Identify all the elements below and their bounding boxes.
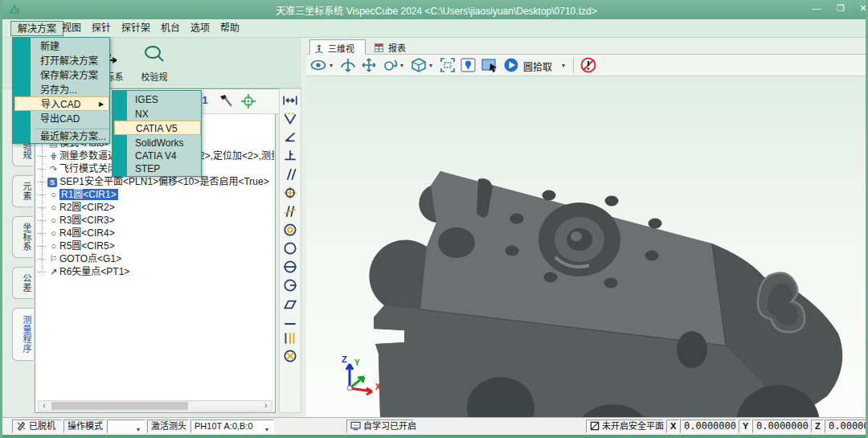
sidebar-tab-elements[interactable]: 元素 xyxy=(12,175,33,207)
sidebar-tab-coordsys[interactable]: 坐标系 xyxy=(12,216,33,258)
self-learn-icon xyxy=(350,421,361,431)
viewport-toolbar: ▾ ▾ ▾ 圆拾取 ▾ xyxy=(306,55,868,76)
report-icon xyxy=(375,43,383,52)
circle-pick-caret[interactable]: ▾ xyxy=(562,62,565,69)
tree-item-goto[interactable]: ⚐GOTO点<G1> xyxy=(38,252,274,265)
x-coordinate-value: 0.0000000 xyxy=(680,420,736,433)
title-bar: 天准三坐标系统 VispecCube 2024 <C:\Users\jiaosi… xyxy=(2,0,868,19)
axis-triad: Z Y X xyxy=(342,354,381,395)
play-icon[interactable] xyxy=(502,56,522,74)
safety-plane-off-icon xyxy=(590,421,600,431)
cube-view-caret[interactable]: ▾ xyxy=(429,62,432,69)
viewport-3d[interactable]: Z Y X xyxy=(306,76,868,417)
menu-machine[interactable]: 机台 xyxy=(154,21,186,36)
sidebar-tab-program[interactable]: 测量程序 xyxy=(12,308,33,361)
view-eye-caret[interactable]: ▾ xyxy=(330,62,333,69)
menu-probe[interactable]: 探针 xyxy=(85,21,117,36)
z-axis-label: Z xyxy=(811,420,824,433)
probe-disable-icon[interactable] xyxy=(579,56,599,74)
tree-item-safety-plane[interactable]: S SEP1安全平面<PLN1>偏移<10>是否启用<True> xyxy=(38,175,274,188)
app-window: 天准三坐标系统 VispecCube 2024 <C:\Users\jiaosi… xyxy=(0,0,868,438)
y-axis-label: Y xyxy=(739,420,751,433)
circularity-icon[interactable] xyxy=(282,240,298,256)
operation-mode-select[interactable]: ▾ xyxy=(107,420,145,433)
menu-probe-rack[interactable]: 探针架 xyxy=(115,21,157,36)
tab-report[interactable]: 报表 xyxy=(371,39,416,55)
menu-item-recent-solutions[interactable]: 最近解决方案... xyxy=(32,129,109,144)
sidebar-tab-tolerance[interactable]: 公差 xyxy=(12,267,33,299)
submenu-item-step[interactable]: STEP xyxy=(129,162,201,176)
scroll-left-arrow[interactable]: ‹ xyxy=(39,401,50,411)
maximize-button[interactable]: ❐ xyxy=(830,3,851,16)
active-probe-select[interactable]: PH10T A:0,B:0 ▾ xyxy=(190,420,274,433)
tree-connector xyxy=(38,182,46,182)
gimbal-rotate-icon[interactable] xyxy=(338,56,358,74)
circle-pick-button[interactable]: 圆拾取 xyxy=(523,59,552,73)
cube-view-icon[interactable] xyxy=(409,56,428,74)
straightness-icon[interactable] xyxy=(282,316,298,332)
tree-item-vector-point[interactable]: ↗R6矢量点<PT1> xyxy=(38,265,274,278)
angle-v-icon[interactable] xyxy=(282,111,298,127)
parallelism-icon[interactable] xyxy=(282,166,298,182)
menu-options[interactable]: 选项 xyxy=(184,21,216,36)
orbit-icon[interactable] xyxy=(380,56,399,74)
runout-icon[interactable] xyxy=(282,330,298,346)
box-select-icon[interactable] xyxy=(480,56,499,74)
concentricity-icon[interactable] xyxy=(282,222,298,238)
menu-item-save-solution[interactable]: 保存解决方案 xyxy=(32,68,109,83)
scrollbar-thumb[interactable] xyxy=(51,402,188,410)
position-icon[interactable] xyxy=(282,185,298,201)
gauge-check-button[interactable]: 校验规 xyxy=(133,41,175,84)
distance-icon[interactable] xyxy=(282,92,298,108)
perpendicularity-icon[interactable] xyxy=(282,148,298,164)
zoom-fit-icon[interactable] xyxy=(438,56,457,74)
tree-item-circle-r2[interactable]: ○R2圆<CIR2> xyxy=(38,201,274,214)
fly-mode-icon: ↷ xyxy=(47,162,59,175)
menu-view[interactable]: 视图 xyxy=(55,21,88,36)
menu-help[interactable]: 帮助 xyxy=(214,21,246,36)
line-profile-icon[interactable] xyxy=(282,277,298,293)
magnifier-icon xyxy=(141,44,167,68)
tree-item-circle-r4[interactable]: ○R4圆<CIR4> xyxy=(38,227,274,239)
scroll-right-arrow[interactable]: › xyxy=(260,401,272,411)
tree-hscrollbar[interactable]: ‹ › xyxy=(38,400,272,411)
hammer-icon[interactable] xyxy=(217,92,235,110)
angularity-icon[interactable] xyxy=(282,203,298,219)
submenu-item-catia-v5[interactable]: CATIA V5 xyxy=(114,121,201,135)
flatness-icon[interactable] xyxy=(282,297,298,313)
tree-item-circle-r5[interactable]: ○R5圆<CIR5> xyxy=(38,239,274,252)
y-coordinate-value: 0.0000000 xyxy=(752,420,809,433)
tab-3d-view[interactable]: 三维视图 xyxy=(309,39,366,55)
close-button[interactable]: ✕ xyxy=(853,3,868,16)
submenu-item-nx[interactable]: NX xyxy=(129,107,201,121)
minimize-button[interactable]: — xyxy=(806,3,827,16)
locate-icon[interactable] xyxy=(459,56,478,74)
import-cad-submenu: IGES NX CATIA V5 SolidWorks CATIA V4 STE… xyxy=(112,90,202,177)
symmetry-icon[interactable] xyxy=(282,259,298,275)
tree-item-circle-r3[interactable]: ○R3圆<CIR3> xyxy=(38,214,274,227)
submenu-arrow-icon: ▶ xyxy=(99,97,104,112)
menu-item-import-cad[interactable]: 导入CAD ▶ xyxy=(14,96,109,111)
x-axis-label: X xyxy=(666,420,679,433)
pan-icon[interactable] xyxy=(359,56,379,74)
menu-item-save-as[interactable]: 另存为... xyxy=(32,83,109,97)
menu-item-new[interactable]: 新建 xyxy=(32,39,109,54)
angle-icon[interactable] xyxy=(282,129,298,145)
true-position-icon[interactable] xyxy=(282,348,298,364)
gauge-check-label: 校验规 xyxy=(133,70,175,83)
tree-connector xyxy=(38,259,46,260)
menu-item-export-cad[interactable]: 导出CAD xyxy=(32,112,109,126)
circle-icon: ○ xyxy=(47,188,59,201)
position-target-icon[interactable] xyxy=(240,92,257,110)
tree-item-circle-r1[interactable]: ○R1圆<CIR1> xyxy=(38,188,274,201)
circle-icon: ○ xyxy=(47,239,59,252)
menu-bar: 解决方案 视图 探针 探针架 机台 选项 帮助 xyxy=(2,19,868,38)
circle-icon: ○ xyxy=(47,201,59,214)
submenu-item-iges[interactable]: IGES xyxy=(129,92,201,107)
view-eye-icon[interactable] xyxy=(309,56,329,74)
orbit-caret[interactable]: ▾ xyxy=(400,62,403,69)
axis-x-label: X xyxy=(375,383,381,391)
menu-item-open-solution[interactable]: 打开解决方案 xyxy=(32,54,109,68)
active-probe-caret: ▾ xyxy=(265,424,268,436)
circle-icon: ○ xyxy=(47,214,59,227)
